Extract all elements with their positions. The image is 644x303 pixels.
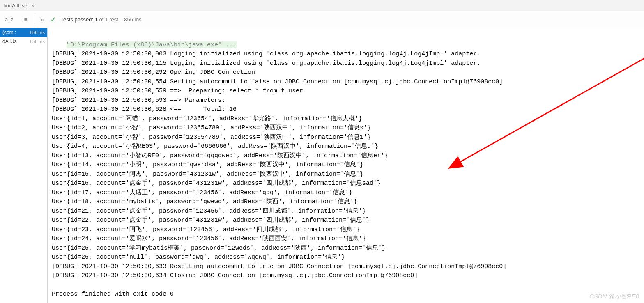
- status-of: of 1 test: [98, 16, 118, 23]
- tab-bar: findAllUser ×: [0, 0, 644, 11]
- sidebar-item-label: (com.:: [2, 30, 16, 35]
- console-log-lines: [DEBUG] 2021-10-30 12:50:30,003 Logging …: [52, 50, 506, 279]
- sort-az-icon[interactable]: a↓z: [3, 16, 15, 23]
- test-status: Tests passed: 1 of 1 test – 856 ms: [61, 16, 142, 23]
- console-output[interactable]: "D:\Program Files (x86)\Java\bin\java.ex…: [48, 28, 644, 303]
- process-finished: Process finished with exit code 0: [52, 291, 174, 298]
- close-icon[interactable]: ×: [32, 3, 34, 9]
- test-sidebar: (com.:856 msdAllUs856 ms: [0, 28, 48, 303]
- toolbar: a↓z ↓≡ » ✓ Tests passed: 1 of 1 test – 8…: [0, 11, 644, 28]
- divider: [34, 16, 34, 24]
- command-line: "D:\Program Files (x86)\Java\bin\java.ex…: [67, 41, 237, 48]
- check-icon: ✓: [51, 16, 56, 23]
- arrow-annotation: [442, 53, 644, 176]
- watermark: CSDN @小智RE0: [589, 293, 639, 301]
- status-count: 1: [95, 16, 98, 23]
- sidebar-item-time: 856 ms: [30, 39, 45, 44]
- tab-title: findAllUser: [3, 2, 29, 9]
- sidebar-item-0[interactable]: (com.:856 ms: [0, 28, 47, 37]
- sort-list-icon[interactable]: ↓≡: [20, 16, 29, 23]
- svg-line-1: [450, 57, 644, 168]
- main-area: (com.:856 msdAllUs856 ms "D:\Program Fil…: [0, 28, 644, 303]
- sidebar-item-1[interactable]: dAllUs856 ms: [0, 37, 47, 46]
- chevron-right-icon[interactable]: »: [39, 16, 45, 23]
- sidebar-item-label: dAllUs: [2, 39, 17, 44]
- status-time: – 856 ms: [118, 16, 142, 23]
- sidebar-item-time: 856 ms: [30, 30, 45, 35]
- tab-findalluser[interactable]: findAllUser ×: [0, 1, 38, 10]
- status-prefix: Tests passed:: [61, 16, 95, 23]
